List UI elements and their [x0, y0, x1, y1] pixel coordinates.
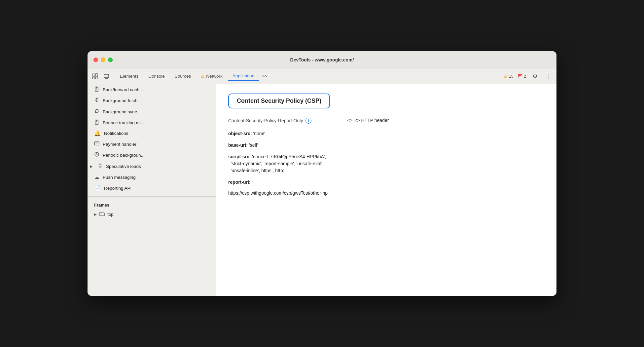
sidebar-item-notifications[interactable]: 🔔 Notifications: [88, 128, 216, 139]
background-sync-icon: [94, 108, 99, 115]
sidebar-item-bounce-tracking[interactable]: 🗄 Bounce tracking mi...: [88, 117, 216, 128]
reporting-api-icon: 📄: [94, 185, 101, 191]
devtools-icon-group: [90, 71, 111, 81]
error-count: 2: [524, 74, 526, 79]
close-button[interactable]: [93, 58, 98, 62]
window-title: DevTools - www.google.com/: [290, 57, 354, 62]
title-bar: DevTools - www.google.com/: [88, 51, 556, 68]
sidebar-label-push-messaging: Push messaging: [103, 175, 136, 180]
svg-rect-2: [92, 77, 95, 79]
csp-policy-name: Content-Security-Policy-Report-Only: [228, 118, 303, 123]
sidebar-label-payment-handler: Payment handler: [103, 142, 136, 147]
directive-key-base-uri: base-uri:: [228, 142, 248, 148]
speculative-loads-icon: [97, 163, 103, 170]
directive-key-script-src: script-src:: [228, 154, 251, 159]
warning-icon: ⚠: [504, 74, 508, 79]
main-area: 🗄 Back/forward cach... Background fetch: [88, 84, 556, 296]
directive-base-uri: base-uri: 'self': [228, 142, 545, 149]
svg-rect-8: [94, 142, 99, 145]
periodic-background-icon: [94, 152, 99, 158]
sidebar-item-background-sync[interactable]: Background sync: [88, 106, 216, 117]
error-icon: 🚩: [518, 74, 523, 79]
settings-button[interactable]: ⚙: [530, 71, 540, 81]
csp-title: Content Security Policy (CSP): [237, 97, 321, 104]
minimize-button[interactable]: [101, 58, 105, 62]
svg-rect-3: [95, 77, 98, 79]
inspect-icon[interactable]: [90, 71, 100, 81]
tab-network[interactable]: ⚠ Network: [196, 72, 227, 81]
bounce-tracking-icon: 🗄: [94, 120, 99, 126]
csp-policy-row: Content-Security-Policy-Report-Only i <>…: [228, 118, 545, 124]
tab-console[interactable]: Console: [144, 72, 169, 81]
directive-script-src: script-src: 'nonce-I-7rK04QpY5oeS4-HPPkh…: [228, 153, 545, 174]
svg-rect-1: [95, 74, 98, 76]
warning-count: 15: [509, 74, 513, 79]
traffic-lights: [93, 58, 113, 62]
frames-top-label: top: [107, 212, 114, 217]
sidebar-item-payment-handler[interactable]: Payment handler: [88, 139, 216, 149]
http-header-label: <> HTTP header: [354, 118, 389, 123]
devtools-window: DevTools - www.google.com/: [88, 51, 556, 296]
speculative-loads-arrow-icon: ▶: [90, 165, 93, 168]
frames-heading: Frames: [88, 199, 216, 210]
sidebar-label-background-sync: Background sync: [103, 109, 137, 114]
directive-key-object-src: object-src:: [228, 131, 252, 136]
sidebar-label-reporting-api: Reporting API: [104, 186, 131, 191]
background-fetch-icon: [94, 97, 99, 104]
tab-elements[interactable]: Elements: [115, 72, 143, 81]
frames-top-item[interactable]: ▶ top: [88, 210, 216, 219]
svg-line-12: [97, 154, 98, 155]
frames-top-arrow-icon: ▶: [94, 212, 97, 216]
more-options-button[interactable]: ⋮: [544, 71, 554, 81]
tabs-list: Elements Console Sources ⚠ Network Appli…: [115, 71, 504, 81]
info-icon[interactable]: i: [305, 118, 311, 124]
sidebar-item-push-messaging[interactable]: ☁ Push messaging: [88, 172, 216, 183]
sidebar-label-bounce-tracking: Bounce tracking mi...: [103, 120, 144, 125]
sidebar-item-periodic-background[interactable]: Periodic backgroun...: [88, 149, 216, 161]
frames-folder-icon: [99, 212, 105, 217]
push-messaging-icon: ☁: [94, 174, 99, 180]
sidebar-item-back-forward-cache[interactable]: 🗄 Back/forward cach...: [88, 84, 216, 95]
sidebar-item-speculative-loads[interactable]: ▶ Speculative loads: [88, 161, 216, 172]
more-tabs-button[interactable]: >>: [260, 72, 270, 81]
sidebar-label-periodic-background: Periodic backgroun...: [103, 153, 145, 158]
back-forward-cache-icon: 🗄: [94, 87, 99, 93]
tab-bar: Elements Console Sources ⚠ Network Appli…: [88, 68, 556, 84]
content-panel: Content Security Policy (CSP) Content-Se…: [216, 84, 556, 296]
csp-report-url: https://csp.withgoogle.com/csp/gwsTest/o…: [228, 190, 545, 196]
warning-badge[interactable]: ⚠ 15: [504, 74, 513, 79]
svg-rect-0: [92, 74, 95, 76]
device-icon[interactable]: [101, 71, 111, 81]
network-warning-icon: ⚠: [201, 74, 205, 79]
sidebar-item-background-fetch[interactable]: Background fetch: [88, 95, 216, 106]
sidebar-label-back-forward: Back/forward cach...: [103, 87, 143, 92]
notifications-icon: 🔔: [94, 130, 101, 136]
csp-policy-source-col: <> <> HTTP header: [347, 118, 545, 123]
sidebar-label-speculative-loads: Speculative loads: [106, 164, 141, 169]
maximize-button[interactable]: [108, 58, 113, 62]
csp-policy-name-col: Content-Security-Policy-Report-Only i: [228, 118, 340, 124]
payment-handler-icon: [94, 141, 99, 147]
error-badge[interactable]: 🚩 2: [518, 74, 526, 79]
sidebar: 🗄 Back/forward cach... Background fetch: [88, 84, 216, 296]
code-brackets-icon: <>: [347, 118, 352, 123]
tab-actions: ⚠ 15 🚩 2 ⚙ ⋮: [504, 71, 554, 81]
svg-rect-4: [104, 74, 109, 78]
sidebar-item-reporting-api[interactable]: 📄 Reporting API: [88, 183, 216, 194]
csp-title-box: Content Security Policy (CSP): [228, 94, 330, 108]
http-header: <> <> HTTP header: [347, 118, 545, 123]
directive-key-report-uri: report-uri:: [228, 179, 251, 185]
tab-sources[interactable]: Sources: [170, 72, 196, 81]
tab-application[interactable]: Application: [228, 71, 259, 81]
sidebar-label-notifications: Notifications: [104, 131, 128, 136]
sidebar-label-background-fetch: Background fetch: [103, 98, 137, 103]
directive-report-uri: report-uri:: [228, 179, 545, 186]
directive-object-src: object-src: 'none': [228, 130, 545, 137]
